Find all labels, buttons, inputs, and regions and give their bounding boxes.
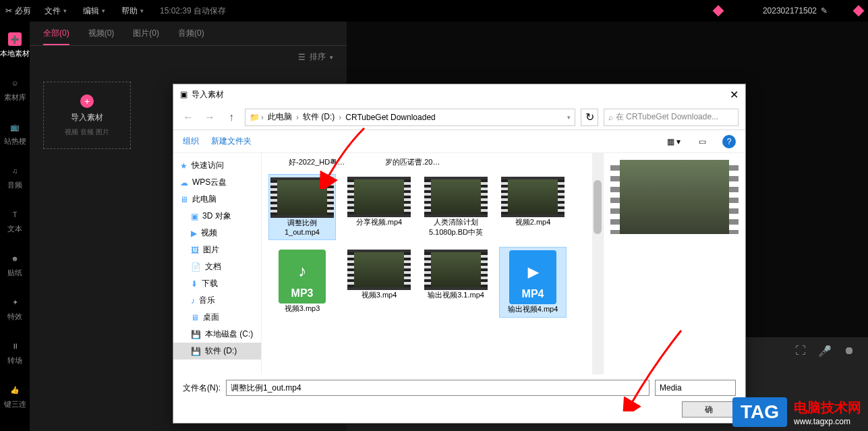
file-name: 人类清除计划5.1080p.BD中英 (425, 217, 487, 237)
mp4-icon: MP4 (509, 250, 556, 304)
help-button[interactable]: ? (722, 135, 736, 148)
tree-ddisk[interactable]: 💾软件 (D:) (173, 343, 261, 360)
mp3-icon: MP3 (279, 250, 326, 304)
nav-local-material[interactable]: ➕本地素材 (0, 32, 30, 59)
dialog-titlebar: ▣ 导入素材 ✕ (173, 84, 745, 105)
file-name: 视频3.mp4 (361, 290, 397, 300)
search-placeholder: 在 CRTubeGet Downloade... (616, 111, 718, 123)
chevron-down-icon: ▾ (63, 7, 67, 14)
nav-effect[interactable]: ✦特效 (7, 295, 22, 322)
chevron-down-icon: ▾ (140, 7, 144, 14)
menu-edit[interactable]: 编辑▾ (83, 5, 105, 17)
search-input[interactable]: ⌕ 在 CRTubeGet Downloade... (604, 109, 739, 126)
cloud-icon: ☁ (180, 178, 188, 188)
sticker-icon: ☻ (8, 252, 22, 265)
tree-doc[interactable]: 📄文档 (173, 258, 261, 275)
file-item[interactable]: MP3视频3.mp3 (268, 247, 336, 318)
nav-text[interactable]: T文本 (7, 208, 22, 234)
file-filter[interactable]: Media (655, 380, 736, 396)
file-name: 分享视频.mp4 (356, 217, 402, 227)
tab-video[interactable]: 视频(0) (88, 22, 115, 45)
edit-icon: ✎ (821, 6, 828, 16)
file-item-selected[interactable]: MP4输出视频4.mp4 (499, 247, 567, 318)
sort-bar[interactable]: ☰ 排序 ▾ (30, 46, 347, 68)
file-item[interactable]: 视频2.mp4 (499, 174, 567, 240)
file-item-selected[interactable]: 调整比例1_out.mp4 (268, 174, 336, 240)
crumb-pc[interactable]: 此电脑 (265, 111, 295, 123)
breadcrumb[interactable]: 📁 › 此电脑 › 软件 (D:) › CRTubeGet Downloaded… (245, 109, 575, 126)
mic-icon[interactable]: 🎤 (818, 345, 832, 357)
tree-video[interactable]: ▶视频 (173, 225, 261, 241)
view-mode-button[interactable]: ▦ ▾ (666, 134, 682, 150)
top-menu-bar: ✂ 必剪 文件▾ 编辑▾ 帮助▾ 15:02:39 自动保存 202302171… (0, 0, 868, 22)
image-icon: 🖼 (191, 246, 199, 255)
logo-icon: ✂ (5, 6, 12, 16)
emoji-icon: ☺ (8, 76, 22, 90)
tab-image[interactable]: 图片(0) (133, 22, 159, 45)
refresh-button[interactable]: ↻ (581, 109, 598, 126)
nav-library[interactable]: ☺素材库 (4, 76, 26, 103)
file-item[interactable]: 人类清除计划5.1080p.BD中英 (422, 174, 490, 240)
crop-icon[interactable]: ⛶ (795, 345, 806, 357)
tree-music[interactable]: ♪音乐 (173, 292, 261, 309)
tree-desktop[interactable]: 🖥桌面 (173, 309, 261, 326)
nav-transition[interactable]: ⏸转场 (7, 339, 22, 366)
record-icon[interactable]: ⏺ (844, 345, 855, 357)
scrollbar-thumb[interactable] (594, 180, 602, 234)
tv-icon: 📺 (8, 120, 22, 134)
close-button[interactable]: ✕ (730, 88, 739, 101)
menu-help[interactable]: 帮助▾ (121, 5, 144, 17)
tab-all[interactable]: 全部(0) (43, 22, 69, 45)
file-name: 视频2.mp4 (515, 217, 551, 227)
import-material-box[interactable]: + 导入素材 视频 音频 图片 (43, 82, 131, 149)
crumb-drive[interactable]: 软件 (D:) (300, 111, 337, 123)
left-sidebar: ➕本地素材 ☺素材库 📺站热梗 ♫音频 T文本 ☻贴纸 ✦特效 ⏸转场 👍键三连 (0, 22, 30, 431)
nav-forward[interactable]: → (202, 109, 218, 125)
nav-like[interactable]: 👍键三连 (4, 383, 26, 409)
scrollbar[interactable] (592, 153, 603, 374)
crumb-folder[interactable]: CRTubeGet Downloaded (343, 113, 438, 122)
newfolder-button[interactable]: 新建文件夹 (211, 136, 252, 147)
sparkle-icon: ✦ (8, 295, 22, 309)
chevron-down-icon[interactable]: ▾ (567, 114, 571, 121)
tree-pc[interactable]: 🖥此电脑 (173, 191, 261, 208)
file-item[interactable]: 输出视频3.1.mp4 (422, 247, 490, 318)
preview-thumbnail (610, 160, 739, 234)
music-icon: ♫ (8, 164, 22, 177)
nav-hot[interactable]: 📺站热梗 (4, 120, 26, 146)
nav-audio[interactable]: ♫音频 (7, 164, 22, 190)
tab-audio[interactable]: 音频(0) (178, 22, 204, 45)
tree-image[interactable]: 🖼图片 (173, 241, 261, 258)
video-thumbnail (424, 177, 488, 217)
folder-icon: 📁 (250, 113, 260, 122)
accent-decoration (853, 5, 865, 17)
tree-cdisk[interactable]: 💾本地磁盘 (C:) (173, 326, 261, 343)
file-name: 输出视频4.mp4 (508, 304, 558, 314)
chevron-down-icon: ▾ (330, 54, 333, 61)
file-item[interactable]: 分享视频.mp4 (345, 174, 413, 240)
import-hint: 视频 音频 图片 (65, 127, 109, 137)
filename-input[interactable] (226, 380, 649, 396)
file-item[interactable]: 视频3.mp4 (345, 247, 413, 318)
tree-3d[interactable]: ▣3D 对象 (173, 208, 261, 225)
preview-pane (604, 153, 745, 374)
app-name: 必剪 (15, 5, 31, 17)
nav-back[interactable]: ← (180, 109, 196, 125)
desktop-icon: 🖥 (191, 313, 199, 322)
organize-button[interactable]: 组织 (183, 136, 199, 147)
ok-button[interactable]: 确 (682, 401, 736, 418)
nav-up[interactable]: ↑ (223, 109, 239, 125)
search-icon: ⌕ (608, 113, 613, 122)
nav-sticker[interactable]: ☻贴纸 (7, 252, 22, 278)
chevron-down-icon: ▾ (102, 7, 105, 14)
tree-quick[interactable]: ★快速访问 (173, 157, 261, 174)
file-name-partial: 罗的匹诺曹.20… (385, 157, 440, 167)
file-name-partial: 好-2022_HD粤… (289, 157, 345, 167)
project-title[interactable]: 202302171502 ✎ (763, 6, 828, 16)
tree-wps[interactable]: ☁WPS云盘 (173, 174, 261, 191)
tree-download[interactable]: ⬇下载 (173, 275, 261, 292)
video-thumbnail (270, 177, 334, 218)
preview-toggle[interactable]: ▭ (694, 134, 710, 150)
file-name: 视频3.mp3 (285, 304, 320, 314)
menu-file[interactable]: 文件▾ (45, 5, 67, 17)
